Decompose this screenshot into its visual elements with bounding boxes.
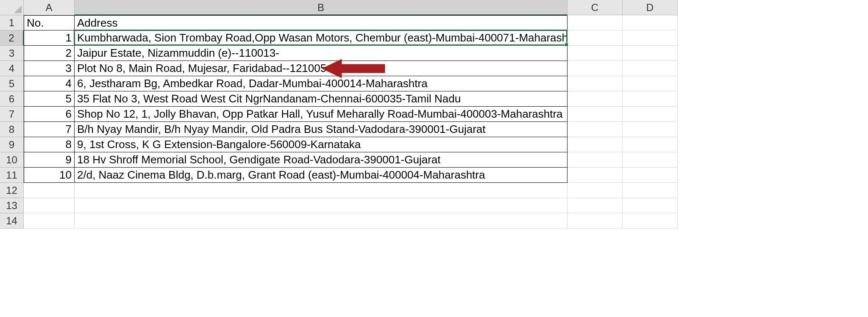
cell-B7[interactable]: Shop No 12, 1, Jolly Bhavan, Opp Patkar … <box>75 107 568 122</box>
cell-A13[interactable] <box>24 198 75 213</box>
row-header-11[interactable]: 11 <box>0 168 24 183</box>
row-header-13[interactable]: 13 <box>0 198 24 213</box>
cell-D7[interactable] <box>623 107 678 122</box>
cell-D12[interactable] <box>623 183 678 198</box>
cell-D4[interactable] <box>623 61 678 76</box>
cell-B9[interactable]: 9, 1st Cross, K G Extension-Bangalore-56… <box>75 137 568 152</box>
cell-C1[interactable] <box>568 15 623 30</box>
row-header-9[interactable]: 9 <box>0 137 24 152</box>
select-all-corner[interactable] <box>0 0 24 15</box>
cell-D8[interactable] <box>623 122 678 137</box>
cell-C8[interactable] <box>568 122 623 137</box>
svg-marker-0 <box>14 6 22 13</box>
cell-A6[interactable]: 5 <box>24 91 75 107</box>
row-header-3[interactable]: 3 <box>0 46 24 61</box>
cell-A12[interactable] <box>24 183 75 198</box>
cell-D10[interactable] <box>623 152 678 168</box>
cell-C11[interactable] <box>568 168 623 183</box>
cell-B13[interactable] <box>75 198 568 213</box>
cell-D5[interactable] <box>623 76 678 91</box>
column-header-A[interactable]: A <box>24 0 75 15</box>
cell-D3[interactable] <box>623 46 678 61</box>
spreadsheet-grid[interactable]: ABCD1No.Address21Kumbharwada, Sion Tromb… <box>0 0 868 229</box>
column-header-D[interactable]: D <box>623 0 678 15</box>
row-header-14[interactable]: 14 <box>0 213 24 229</box>
cell-C9[interactable] <box>568 137 623 152</box>
cell-B11[interactable]: 2/d, Naaz Cinema Bldg, D.b.marg, Grant R… <box>75 168 568 183</box>
cell-A2[interactable]: 1 <box>24 30 75 46</box>
cell-C4[interactable] <box>568 61 623 76</box>
cell-D9[interactable] <box>623 137 678 152</box>
cell-B5[interactable]: 6, Jestharam Bg, Ambedkar Road, Dadar-Mu… <box>75 76 568 91</box>
cell-A9[interactable]: 8 <box>24 137 75 152</box>
cell-A10[interactable]: 9 <box>24 152 75 168</box>
cell-A11[interactable]: 10 <box>24 168 75 183</box>
cell-A3[interactable]: 2 <box>24 46 75 61</box>
cell-C13[interactable] <box>568 198 623 213</box>
cell-C14[interactable] <box>568 213 623 229</box>
cell-C2[interactable] <box>568 30 623 46</box>
cell-B1[interactable]: Address <box>75 15 568 30</box>
cell-C3[interactable] <box>568 46 623 61</box>
cell-C7[interactable] <box>568 107 623 122</box>
cell-C5[interactable] <box>568 76 623 91</box>
column-header-C[interactable]: C <box>568 0 623 15</box>
row-header-1[interactable]: 1 <box>0 15 24 30</box>
row-header-2[interactable]: 2 <box>0 30 24 46</box>
row-header-12[interactable]: 12 <box>0 183 24 198</box>
row-header-10[interactable]: 10 <box>0 152 24 168</box>
cell-A1[interactable]: No. <box>24 15 75 30</box>
cell-D14[interactable] <box>623 213 678 229</box>
cell-A5[interactable]: 4 <box>24 76 75 91</box>
row-header-7[interactable]: 7 <box>0 107 24 122</box>
cell-B8[interactable]: B/h Nyay Mandir, B/h Nyay Mandir, Old Pa… <box>75 122 568 137</box>
cell-B14[interactable] <box>75 213 568 229</box>
cell-B2[interactable]: Kumbharwada, Sion Trombay Road,Opp Wasan… <box>75 30 568 46</box>
cell-B3[interactable]: Jaipur Estate, Nizammuddin (e)--110013- <box>75 46 568 61</box>
cell-B4[interactable]: Plot No 8, Main Road, Mujesar, Faridabad… <box>75 61 568 76</box>
column-header-B[interactable]: B <box>75 0 568 15</box>
row-header-5[interactable]: 5 <box>0 76 24 91</box>
cell-B12[interactable] <box>75 183 568 198</box>
cell-D13[interactable] <box>623 198 678 213</box>
row-header-4[interactable]: 4 <box>0 61 24 76</box>
select-all-triangle-icon <box>14 6 22 13</box>
row-header-8[interactable]: 8 <box>0 122 24 137</box>
cell-A4[interactable]: 3 <box>24 61 75 76</box>
cell-A7[interactable]: 6 <box>24 107 75 122</box>
cell-B6[interactable]: 35 Flat No 3, West Road West Cit NgrNand… <box>75 91 568 107</box>
cell-A8[interactable]: 7 <box>24 122 75 137</box>
cell-D6[interactable] <box>623 91 678 107</box>
cell-D1[interactable] <box>623 15 678 30</box>
cell-D11[interactable] <box>623 168 678 183</box>
cell-C6[interactable] <box>568 91 623 107</box>
cell-A14[interactable] <box>24 213 75 229</box>
cell-D2[interactable] <box>623 30 678 46</box>
row-header-6[interactable]: 6 <box>0 91 24 107</box>
cell-B10[interactable]: 18 Hv Shroff Memorial School, Gendigate … <box>75 152 568 168</box>
cell-C10[interactable] <box>568 152 623 168</box>
cell-C12[interactable] <box>568 183 623 198</box>
